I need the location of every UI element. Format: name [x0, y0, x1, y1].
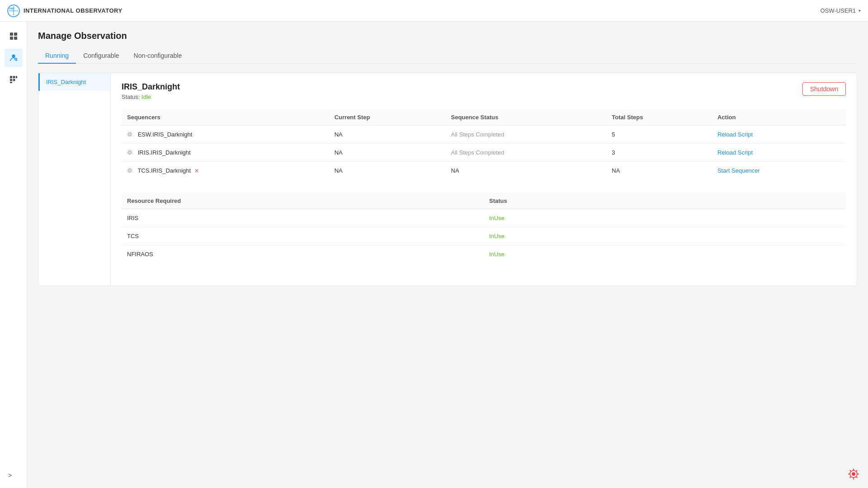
resource-status-cell: InUse	[484, 245, 846, 263]
inuse-badge: InUse	[489, 215, 505, 221]
resource-name-cell: NFIRAOS	[122, 245, 484, 263]
tab-configurable[interactable]: Configurable	[76, 48, 126, 64]
username-label: OSW-USER1	[821, 7, 856, 14]
shutdown-button[interactable]: Shutdown	[802, 82, 846, 96]
sequencer-name-cell: ⚙ TCS.IRIS_Darknight ✕	[122, 162, 329, 180]
page-title: Manage Observation	[38, 31, 857, 41]
observation-title: IRIS_Darknight	[122, 82, 180, 92]
svg-text:TMT: TMT	[9, 7, 15, 10]
total-steps-cell: 5	[606, 126, 712, 144]
main-content: Manage Observation Running Configurable …	[27, 22, 868, 488]
col-total-steps: Total Steps	[606, 109, 712, 126]
inuse-badge: InUse	[489, 233, 505, 239]
svg-line-22	[850, 470, 851, 472]
current-step-cell: NA	[329, 126, 446, 144]
observation-list: IRIS_Darknight	[38, 73, 111, 286]
action-link[interactable]: Start Sequencer	[717, 167, 760, 174]
resource-name-cell: IRIS	[122, 209, 484, 227]
status-label: Status:	[122, 94, 140, 100]
top-header: TMT INTERNATIONAL OBSERVATORY OSW-USER1 …	[0, 0, 868, 22]
sidebar-item-dashboard[interactable]	[5, 27, 23, 45]
svg-rect-7	[14, 37, 17, 40]
col-resource-required: Resource Required	[122, 193, 484, 209]
resources-header-row: Resource Required Status	[122, 193, 846, 209]
svg-rect-13	[10, 79, 12, 81]
svg-rect-10	[10, 76, 12, 78]
svg-rect-12	[16, 76, 17, 78]
svg-line-24	[856, 470, 858, 472]
table-row: TCS InUse	[122, 227, 846, 245]
content-panel: IRIS_Darknight IRIS_Darknight Status: Id…	[38, 73, 857, 286]
svg-rect-5	[14, 33, 17, 36]
svg-line-23	[856, 477, 858, 478]
sequencer-gear-icon: ⚙	[127, 131, 132, 138]
total-steps-cell: 3	[606, 144, 712, 162]
sequencer-name-cell: ⚙ IRIS.IRIS_Darknight	[122, 144, 329, 162]
sidebar-item-observations[interactable]	[5, 49, 23, 67]
sequencer-gear-icon: ⚙	[127, 149, 132, 156]
resource-status-cell: InUse	[484, 209, 846, 227]
app-title: INTERNATIONAL OBSERVATORY	[24, 7, 123, 14]
panel-main: IRIS_Darknight Status: Idle Shutdown Seq…	[111, 73, 857, 286]
svg-rect-14	[13, 79, 15, 81]
table-row: IRIS InUse	[122, 209, 846, 227]
col-status: Status	[484, 193, 846, 209]
observation-header: IRIS_Darknight Status: Idle Shutdown	[122, 82, 846, 100]
sequence-status-cell: All Steps Completed	[446, 144, 607, 162]
action-cell: Reload Script	[712, 144, 846, 162]
resource-status-cell: InUse	[484, 227, 846, 245]
table-row: ⚙ TCS.IRIS_Darknight ✕ NA NA NA Start Se…	[122, 162, 846, 180]
observation-status: Status: Idle	[122, 94, 180, 100]
inuse-badge: InUse	[489, 251, 505, 258]
status-value: Idle	[142, 94, 151, 100]
col-action: Action	[712, 109, 846, 126]
error-indicator: ✕	[194, 168, 199, 174]
logo-area: TMT INTERNATIONAL OBSERVATORY	[7, 5, 123, 17]
resource-name-cell: TCS	[122, 227, 484, 245]
sequencers-header-row: Sequencers Current Step Sequence Status …	[122, 109, 846, 126]
person-icon	[9, 53, 18, 62]
svg-rect-15	[10, 82, 12, 83]
sequence-status-cell: All Steps Completed	[446, 126, 607, 144]
svg-point-8	[12, 55, 15, 58]
sidebar-expand-button[interactable]: >	[8, 472, 12, 479]
total-steps-cell: NA	[606, 162, 712, 180]
user-menu[interactable]: OSW-USER1 ▾	[821, 7, 861, 14]
svg-point-26	[852, 473, 855, 475]
apps-icon	[9, 75, 18, 84]
current-step-cell: NA	[329, 144, 446, 162]
obs-info: IRIS_Darknight Status: Idle	[122, 82, 180, 100]
sequencer-name-cell: ⚙ ESW.IRIS_Darknight	[122, 126, 329, 144]
obs-list-item-iris-darknight[interactable]: IRIS_Darknight	[38, 73, 110, 91]
tab-non-configurable[interactable]: Non-configurable	[127, 48, 189, 64]
gear-flower-icon	[846, 467, 861, 481]
footer-settings-area	[846, 468, 861, 483]
svg-rect-11	[13, 76, 15, 78]
sequencer-name: ESW.IRIS_Darknight	[138, 131, 193, 138]
user-menu-chevron: ▾	[859, 8, 861, 13]
sequencer-gear-icon: ⚙	[127, 167, 132, 174]
panel-layout: IRIS_Darknight IRIS_Darknight Status: Id…	[38, 73, 857, 286]
sequence-status-cell: NA	[446, 162, 607, 180]
current-step-cell: NA	[329, 162, 446, 180]
tab-bar: Running Configurable Non-configurable	[38, 48, 857, 64]
sidebar: >	[0, 22, 27, 488]
settings-gear-icon[interactable]	[846, 467, 861, 484]
tab-running[interactable]: Running	[38, 48, 76, 64]
table-row: ⚙ IRIS.IRIS_Darknight NA All Steps Compl…	[122, 144, 846, 162]
grid-icon	[9, 32, 18, 41]
action-link[interactable]: Reload Script	[717, 131, 753, 138]
tmt-logo: TMT	[7, 5, 20, 17]
table-row: NFIRAOS InUse	[122, 245, 846, 263]
action-cell: Reload Script	[712, 126, 846, 144]
col-current-step: Current Step	[329, 109, 446, 126]
sidebar-item-apps[interactable]	[5, 70, 23, 89]
svg-rect-4	[10, 33, 13, 36]
action-link[interactable]: Reload Script	[717, 149, 753, 156]
table-row: ⚙ ESW.IRIS_Darknight NA All Steps Comple…	[122, 126, 846, 144]
sequencer-name: TCS.IRIS_Darknight	[137, 167, 191, 174]
sequencers-table: Sequencers Current Step Sequence Status …	[122, 109, 846, 179]
resources-table: Resource Required Status IRIS InUse TCS …	[122, 193, 846, 263]
svg-line-25	[850, 477, 851, 478]
col-sequence-status: Sequence Status	[446, 109, 607, 126]
